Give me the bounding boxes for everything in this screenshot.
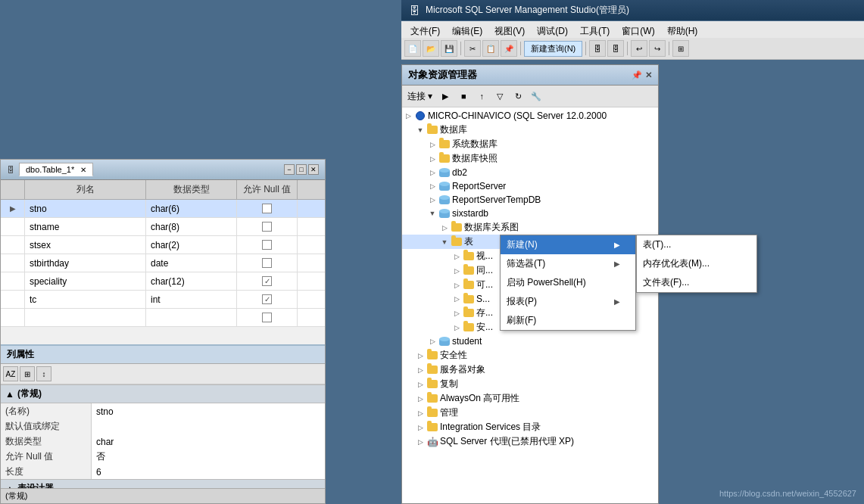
expand-icon[interactable]: ▼ — [438, 236, 451, 248]
props-expand-button[interactable]: ↕ — [36, 366, 51, 381]
connect-button[interactable]: 连接 ▾ — [404, 89, 435, 104]
expand-icon[interactable]: ▷ — [402, 110, 414, 122]
oe-btn2[interactable]: ■ — [455, 88, 472, 104]
table-row[interactable] — [1, 309, 325, 327]
nullable-checkbox[interactable] — [262, 276, 272, 286]
table-row[interactable]: stsex char(2) — [1, 236, 325, 254]
tree-item-server-objects[interactable]: ▷ 服务器对象 — [402, 362, 658, 377]
context-menu-item-refresh[interactable]: 刷新(F) — [501, 311, 635, 330]
expand-icon[interactable]: ▷ — [414, 407, 426, 419]
oe-refresh-button[interactable]: ↻ — [510, 88, 526, 104]
separator — [585, 42, 586, 55]
oe-properties-button[interactable]: 🔧 — [528, 88, 544, 104]
toolbar-new-button[interactable]: 📄 — [404, 40, 421, 57]
table-row[interactable]: speciality char(12) — [1, 272, 325, 291]
tree-item-sql-agent[interactable]: ▷ 🤖 SQL Server 代理(已禁用代理 XP) — [402, 434, 658, 449]
close-button[interactable]: ✕ — [308, 164, 319, 175]
oe-btn3[interactable]: ↑ — [473, 88, 490, 104]
toolbar-open-button[interactable]: 📂 — [423, 40, 439, 57]
table-row[interactable]: stbirthday date — [1, 254, 325, 272]
table-row[interactable]: ▶ stno char(6) — [1, 200, 325, 218]
expand-icon[interactable]: ▼ — [426, 207, 438, 219]
nullable-checkbox[interactable] — [262, 313, 272, 322]
props-section-designer[interactable]: ▲ 表设计器 — [1, 479, 325, 488]
tree-item-sys-db[interactable]: ▷ 系统数据库 — [402, 137, 658, 151]
expand-icon[interactable]: ▷ — [451, 322, 463, 334]
tree-item-server[interactable]: ▷ MICRO-CHINAVICO (SQL Server 12.0.2000 — [402, 109, 658, 123]
expand-icon[interactable]: ▷ — [414, 436, 426, 448]
col-nullable-header: 允许 Null 值 — [237, 180, 298, 199]
nullable-checkbox[interactable] — [262, 222, 272, 232]
expand-icon[interactable]: ▷ — [414, 350, 426, 362]
nullable-checkbox[interactable] — [262, 240, 272, 250]
context-menu-item-filter[interactable]: 筛选器(T) ▶ — [501, 254, 635, 273]
table-designer-titlebar: 🗄 dbo.Table_1* ✕ − □ ✕ — [1, 160, 325, 180]
maximize-button[interactable]: □ — [296, 164, 307, 175]
oe-close-icon[interactable]: ✕ — [645, 70, 652, 80]
table-row[interactable]: tc int — [1, 291, 325, 309]
expand-icon[interactable]: ▷ — [414, 422, 426, 434]
oe-filter-button[interactable]: ▽ — [491, 88, 508, 104]
submenu-item-file-table[interactable]: 文件表(F)... — [637, 273, 756, 292]
toolbar-redo-button[interactable]: ↪ — [649, 40, 666, 57]
expand-icon[interactable]: ▷ — [414, 364, 426, 376]
table-row[interactable]: stname char(8) — [1, 218, 325, 236]
expand-icon[interactable]: ▷ — [414, 393, 426, 405]
expand-icon[interactable]: ▷ — [426, 335, 438, 347]
tree-item-db2[interactable]: ▷ db2 — [402, 166, 658, 179]
tree-label: sixstardb — [452, 208, 488, 219]
expand-icon[interactable]: ▷ — [451, 265, 463, 277]
context-menu-item-powershell[interactable]: 启动 PowerShell(H) — [501, 273, 635, 292]
oe-btn1[interactable]: ▶ — [437, 88, 454, 104]
oe-pin-icon[interactable]: 📌 — [632, 70, 642, 80]
expand-icon[interactable]: ▷ — [426, 138, 438, 151]
tree-item-diagrams[interactable]: ▷ 数据库关系图 — [402, 220, 658, 235]
toolbar-save-button[interactable]: 💾 — [441, 40, 457, 57]
submenu-item-table[interactable]: 表(T)... — [637, 235, 756, 254]
nullable-checkbox[interactable] — [262, 294, 272, 304]
expand-icon[interactable]: ▷ — [426, 153, 438, 165]
tree-item-snapshot[interactable]: ▷ 数据库快照 — [402, 151, 658, 166]
toolbar-copy-button[interactable]: 📋 — [482, 40, 499, 57]
tree-item-management[interactable]: ▷ 管理 — [402, 406, 658, 420]
expand-icon[interactable]: ▷ — [426, 180, 438, 192]
toolbar-btn2[interactable]: 🗄 — [607, 40, 624, 57]
expand-icon[interactable]: ▷ — [451, 307, 463, 319]
tree-item-alwayson[interactable]: ▷ AlwaysOn 高可用性 — [402, 391, 658, 406]
expand-icon[interactable]: ▷ — [426, 194, 438, 206]
tab-dbo-table1[interactable]: dbo.Table_1* ✕ — [19, 163, 93, 176]
expand-icon[interactable]: ▷ — [426, 166, 438, 179]
tree-item-student[interactable]: ▷ student — [402, 334, 658, 348]
props-section-general[interactable]: ▲ (常规) — [1, 384, 325, 403]
tree-item-databases[interactable]: ▼ 数据库 — [402, 123, 658, 137]
tree-item-replication[interactable]: ▷ 复制 — [402, 377, 658, 391]
tree-item-security[interactable]: ▷ 安全性 — [402, 348, 658, 362]
title-text: 🗄 dbo.Table_1* ✕ — [7, 163, 93, 176]
tree-item-integration-services[interactable]: ▷ Integration Services 目录 — [402, 420, 658, 434]
context-menu-item-new[interactable]: 新建(N) ▶ — [501, 235, 635, 254]
context-menu-item-reports[interactable]: 报表(P) ▶ — [501, 292, 635, 311]
expand-icon[interactable]: ▷ — [451, 250, 463, 263]
tree-item-reportserver[interactable]: ▷ ReportServer — [402, 179, 658, 193]
toolbar-undo-button[interactable]: ↩ — [631, 40, 647, 57]
nullable-checkbox[interactable] — [262, 258, 272, 268]
close-icon[interactable]: ✕ — [80, 166, 86, 174]
props-toolbar: AZ ⊞ ↕ — [1, 364, 325, 384]
expand-icon[interactable]: ▼ — [414, 124, 426, 136]
props-sort-cat-button[interactable]: ⊞ — [20, 366, 35, 381]
minimize-button[interactable]: − — [284, 164, 295, 175]
toolbar-paste-button[interactable]: 📌 — [501, 40, 517, 57]
new-query-button[interactable]: 新建查询(N) — [524, 41, 582, 57]
expand-icon[interactable]: ▷ — [451, 279, 463, 291]
tree-item-sixstardb[interactable]: ▼ sixstardb — [402, 207, 658, 220]
nullable-checkbox[interactable] — [262, 204, 272, 213]
toolbar-cut-button[interactable]: ✂ — [464, 40, 481, 57]
expand-icon[interactable]: ▷ — [451, 293, 463, 305]
props-sort-alpha-button[interactable]: AZ — [3, 366, 18, 381]
toolbar-btn1[interactable]: 🗄 — [589, 40, 606, 57]
toolbar-misc1[interactable]: ⊞ — [672, 40, 689, 57]
expand-icon[interactable]: ▷ — [414, 378, 426, 390]
submenu-item-memory-table[interactable]: 内存优化表(M)... — [637, 254, 756, 273]
expand-icon[interactable]: ▷ — [438, 222, 451, 234]
tree-item-reportserver-temp[interactable]: ▷ ReportServerTempDB — [402, 193, 658, 207]
